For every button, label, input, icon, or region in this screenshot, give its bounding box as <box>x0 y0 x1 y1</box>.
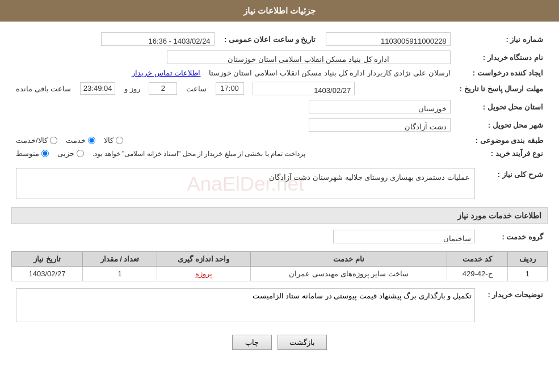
toseih-textarea[interactable] <box>16 288 475 322</box>
jozi-label: جزیی <box>57 149 74 158</box>
radio-kala[interactable]: کالا <box>104 136 123 145</box>
mohlat-saat: 17:00 <box>216 82 244 95</box>
radio-kala-input[interactable] <box>116 137 123 144</box>
kala-label: کالا <box>104 136 114 145</box>
grid-cell: ساخت سایر پروژه‌های مهندسی عمران <box>250 267 447 281</box>
mohlat-date: 1403/02/27 <box>253 82 355 95</box>
ijad-konande-value: ارسلان علی نژادی کاربردار اداره کل بنیاد… <box>209 69 451 77</box>
ettelaat-tamas-link[interactable]: اطلاعات تماس خریدار <box>132 69 200 77</box>
mohlat-rooz-label: روز و <box>124 85 140 93</box>
grid-header-tarikh: تاریخ نیاز <box>12 252 83 267</box>
grid-header-tedad: تعداد / مقدار <box>83 252 157 267</box>
nam-dastgah-label: نام دستگاه خریدار : <box>455 48 548 66</box>
grid-cell: پروژه <box>157 267 250 281</box>
grooh-khedmat-value: ساختمان <box>333 230 475 243</box>
shomara-niaz-label: شماره نیاز : <box>455 30 548 48</box>
shahr-value: دشت آزادگان <box>309 118 451 132</box>
table-row: 1ج-42-429ساخت سایر پروژه‌های مهندسی عمرا… <box>12 267 548 281</box>
radio-jozi-input[interactable] <box>77 150 84 157</box>
ostan-label: استان محل تحویل : <box>455 98 548 116</box>
chap-button[interactable]: چاپ <box>232 335 272 350</box>
page-header: جزئیات اطلاعات نیاز <box>0 0 559 22</box>
grid-header-nam: نام خدمت <box>250 252 447 267</box>
grid-header-radif: ردیف <box>507 252 547 267</box>
mohlat-saat-label: ساعت <box>186 85 207 93</box>
grid-header-kod: کد خدمت <box>447 252 507 267</box>
radio-motavaset[interactable]: متوسط <box>16 149 49 158</box>
grid-cell: 1403/02/27 <box>12 267 83 281</box>
khadamat-label: اطلاعات خدمات مورد نیاز <box>457 211 541 220</box>
shomara-niaz-value: 1103005911000228 <box>326 32 451 46</box>
kala-khedmat-label: کالا/خدمت <box>16 136 48 145</box>
ostan-value: خوزستان <box>309 100 451 113</box>
now-farayand-label: نوع فرآیند خرید : <box>455 147 548 160</box>
radio-jozi[interactable]: جزیی <box>57 149 84 158</box>
grooh-khedmat-table: گروه خدمت : ساختمان <box>11 227 548 246</box>
toseih-table: توضیحات خریدار : <box>11 286 548 326</box>
button-bar: بازگشت چاپ <box>11 335 548 350</box>
toseih-label: توضیحات خریدار : <box>480 286 548 326</box>
grid-header-vahed: واحد اندازه گیری <box>157 252 250 267</box>
motavaset-label: متوسط <box>16 149 39 158</box>
bazgasht-button[interactable]: بازگشت <box>278 335 327 350</box>
tarikh-saat-value: 1403/02/24 - 16:36 <box>101 32 215 46</box>
mohlat-timer: 23:49:04 <box>80 82 116 95</box>
radio-khedmat[interactable]: خدمت <box>66 136 95 145</box>
radio-motavaset-input[interactable] <box>41 150 49 157</box>
page-title: جزئیات اطلاعات نیاز <box>243 6 316 15</box>
services-grid: ردیف کد خدمت نام خدمت واحد اندازه گیری ت… <box>11 251 548 281</box>
sharh-value: عملیات دستمزدی بهسازی روستای جلالیه شهرس… <box>269 173 470 182</box>
radio-kala-khedmat[interactable]: کالا/خدمت <box>16 136 57 145</box>
grooh-khedmat-label: گروه خدمت : <box>480 227 548 246</box>
mohlat-baqi-label: ساعت باقی مانده <box>16 85 71 93</box>
vahed-link[interactable]: پروژه <box>195 269 212 278</box>
sharh-table: شرح کلی نیاز : AnaElDer.net عملیات دستمز… <box>11 166 548 201</box>
tarikh-saat-label: تاریخ و ساعت اعلان عمومی : <box>219 30 321 48</box>
main-info-table: شماره نیاز : 1103005911000228 تاریخ و سا… <box>11 30 548 160</box>
mohlat-rooz: 2 <box>149 82 177 95</box>
tabaqebandi-label: طبقه بندی موضوعی : <box>455 134 548 147</box>
grid-cell: ج-42-429 <box>447 267 507 281</box>
nam-dastgah-value: اداره کل بنیاد مسکن انقلاب اسلامی استان … <box>167 50 451 64</box>
grid-cell: 1 <box>83 267 157 281</box>
ijad-konande-label: ایجاد کننده درخواست : <box>455 66 548 79</box>
khadamat-section-header: اطلاعات خدمات مورد نیاز <box>11 207 548 224</box>
khedmat-label: خدمت <box>66 136 86 145</box>
shahr-label: شهر محل تحویل : <box>455 116 548 134</box>
sharh-label: شرح کلی نیاز : <box>480 166 548 201</box>
now-farayand-desc: پرداخت تمام یا بخشی از مبلغ خریدار از مح… <box>93 150 305 158</box>
grid-cell: 1 <box>507 267 547 281</box>
radio-kala-khedmat-input[interactable] <box>50 137 57 144</box>
mohlat-label: مهلت ارسال پاسخ تا تاریخ : <box>455 79 548 98</box>
radio-khedmat-input[interactable] <box>88 137 95 144</box>
